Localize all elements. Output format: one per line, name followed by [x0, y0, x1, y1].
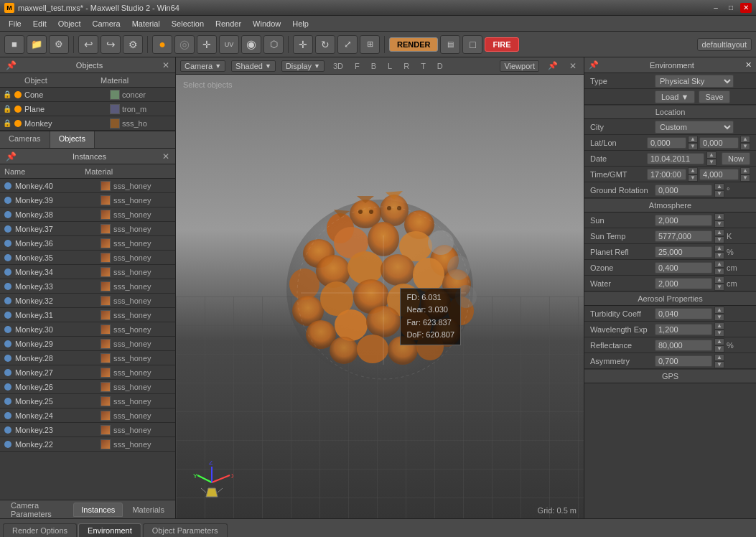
env-ozone-up[interactable]: ▲ — [714, 261, 724, 268]
menu-render[interactable]: Render — [210, 18, 247, 29]
menu-window[interactable]: Window — [247, 18, 286, 29]
tool-ball[interactable]: ◉ — [241, 35, 261, 54]
env-wavelength-down[interactable]: ▼ — [714, 330, 724, 337]
tool-render-alt2[interactable]: □ — [462, 35, 482, 54]
minimize-button[interactable]: – — [710, 3, 722, 13]
env-reflectance-input[interactable] — [655, 340, 712, 351]
vp-d[interactable]: D — [434, 61, 446, 71]
tool-uv[interactable]: UV — [219, 35, 239, 54]
tab-objects[interactable]: Objects — [50, 131, 95, 148]
instance-row[interactable]: Monkey.39 sss_honey — [0, 193, 175, 207]
camera-dropdown[interactable]: Camera ▼ — [180, 60, 225, 72]
env-ground-rot-down[interactable]: ▼ — [714, 190, 724, 197]
env-pin[interactable]: 📌 — [589, 60, 599, 70]
menu-edit[interactable]: Edit — [27, 18, 52, 29]
tool-b1[interactable]: ⊞ — [360, 35, 380, 54]
object-row-cone[interactable]: 🔒 Cone concer — [0, 88, 175, 102]
env-ground-rot-up[interactable]: ▲ — [714, 183, 724, 190]
env-sun-temp-down[interactable]: ▼ — [714, 236, 724, 243]
bottom-tab-materials[interactable]: Materials — [124, 503, 172, 517]
bottom-environment-tab[interactable]: Environment — [78, 523, 141, 537]
instance-row[interactable]: Monkey.27 sss_honey — [0, 365, 175, 380]
env-planet-refl-down[interactable]: ▼ — [714, 252, 724, 259]
tool-rotate[interactable]: ↻ — [315, 35, 335, 54]
viewport-3d[interactable]: Select objects — [176, 75, 584, 518]
env-lat-input[interactable] — [647, 137, 686, 149]
env-lat-up[interactable]: ▲ — [688, 136, 698, 143]
env-save-btn[interactable]: Save — [699, 90, 729, 103]
instances-panel-pin[interactable]: 📌 — [4, 151, 18, 162]
vp-t[interactable]: T — [418, 61, 429, 71]
tool-sphere[interactable]: ● — [152, 35, 172, 54]
env-gmt-down[interactable]: ▼ — [740, 174, 750, 182]
tool-undo[interactable]: ↩ — [78, 35, 98, 54]
instance-row[interactable]: Monkey.29 sss_honey — [0, 337, 175, 351]
env-time-up[interactable]: ▲ — [688, 167, 698, 174]
bottom-render-options-tab[interactable]: Render Options — [3, 523, 77, 537]
env-ozone-input[interactable] — [655, 262, 712, 274]
env-sun-input[interactable] — [655, 215, 712, 226]
instance-row[interactable]: Monkey.23 sss_honey — [0, 423, 175, 437]
tool-gear[interactable]: ⚙ — [123, 35, 143, 54]
objects-panel-pin[interactable]: 📌 — [4, 60, 18, 70]
env-sun-temp-up[interactable]: ▲ — [714, 229, 724, 236]
env-load-btn[interactable]: Load ▼ — [655, 90, 695, 103]
env-water-down[interactable]: ▼ — [714, 284, 724, 291]
env-sun-temp-input[interactable] — [655, 230, 712, 242]
env-gmt-up[interactable]: ▲ — [740, 167, 750, 174]
object-row-monkey[interactable]: 🔒 Monkey sss_ho — [0, 116, 175, 131]
env-sun-down[interactable]: ▼ — [714, 220, 724, 228]
instance-row[interactable]: Monkey.25 sss_honey — [0, 394, 175, 408]
bottom-tab-instances[interactable]: Instances — [73, 503, 123, 517]
viewport-dropdown[interactable]: Viewport — [500, 60, 539, 72]
env-wavelength-input[interactable] — [655, 324, 712, 335]
env-lon-down[interactable]: ▼ — [740, 143, 750, 150]
vp-b[interactable]: B — [368, 61, 379, 71]
env-date-up[interactable]: ▲ — [706, 151, 717, 159]
menu-help[interactable]: Help — [286, 18, 314, 29]
env-lat-down[interactable]: ▼ — [688, 143, 698, 150]
env-planet-refl-up[interactable]: ▲ — [714, 245, 724, 252]
env-wavelength-up[interactable]: ▲ — [714, 322, 724, 330]
menu-object[interactable]: Object — [52, 18, 87, 29]
instance-row[interactable]: Monkey.37 sss_honey — [0, 222, 175, 236]
env-reflectance-down[interactable]: ▼ — [714, 345, 724, 352]
menu-camera[interactable]: Camera — [87, 18, 126, 29]
instance-row[interactable]: Monkey.38 sss_honey — [0, 207, 175, 222]
render-button[interactable]: RENDER — [389, 37, 438, 52]
env-lon-up[interactable]: ▲ — [740, 136, 750, 143]
objects-panel-close[interactable]: ✕ — [161, 60, 171, 70]
tool-add[interactable]: ✛ — [197, 35, 217, 54]
menu-selection[interactable]: Selection — [166, 18, 210, 29]
tool-render-alt1[interactable]: ▤ — [440, 35, 460, 54]
tool-ring[interactable]: ◎ — [174, 35, 195, 54]
env-water-up[interactable]: ▲ — [714, 276, 724, 284]
vp-f[interactable]: F — [352, 61, 363, 71]
env-reflectance-up[interactable]: ▲ — [714, 338, 724, 345]
tool-move[interactable]: ✛ — [293, 35, 313, 54]
env-asymmetry-input[interactable] — [655, 355, 712, 367]
maximize-button[interactable]: □ — [725, 3, 737, 13]
env-date-down[interactable]: ▼ — [706, 159, 717, 166]
tool-hex[interactable]: ⬡ — [263, 35, 284, 54]
display-dropdown[interactable]: Display ▼ — [281, 60, 325, 72]
fire-button[interactable]: FIRE — [485, 37, 518, 52]
instances-panel-close[interactable]: ✕ — [161, 151, 171, 162]
env-now-btn[interactable]: Now — [722, 152, 750, 165]
object-row-plane[interactable]: 🔒 Plane tron_m — [0, 102, 175, 116]
instance-row[interactable]: Monkey.40 sss_honey — [0, 179, 175, 193]
shading-dropdown[interactable]: Shaded ▼ — [231, 60, 276, 72]
tool-new[interactable]: ■ — [4, 35, 24, 54]
env-turbidity-input[interactable] — [655, 308, 712, 319]
env-ozone-down[interactable]: ▼ — [714, 268, 724, 275]
tool-redo[interactable]: ↪ — [101, 35, 121, 54]
env-asymmetry-up[interactable]: ▲ — [714, 354, 724, 361]
env-ground-rot-input[interactable] — [655, 185, 712, 196]
env-gmt-input[interactable] — [699, 169, 739, 180]
env-date-input[interactable] — [647, 153, 704, 164]
env-time-down[interactable]: ▼ — [688, 174, 698, 182]
instance-row[interactable]: Monkey.34 sss_honey — [0, 265, 175, 279]
menu-material[interactable]: Material — [126, 18, 166, 29]
bottom-object-params-tab[interactable]: Object Parameters — [143, 523, 228, 537]
env-time-input[interactable] — [647, 169, 686, 180]
